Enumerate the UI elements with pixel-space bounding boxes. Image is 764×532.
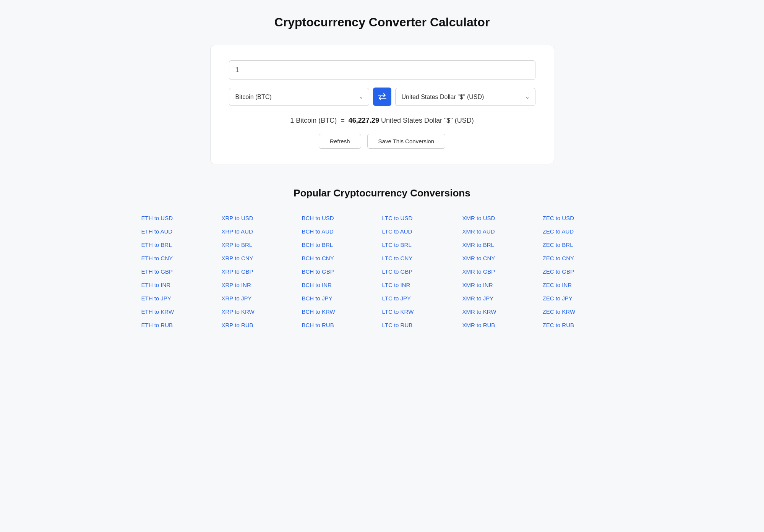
conversion-link[interactable]: ETH to USD (141, 213, 222, 223)
conversion-link[interactable]: XMR to BRL (462, 240, 543, 250)
conversion-link[interactable]: BCH to USD (302, 213, 382, 223)
conversion-link[interactable]: XRP to CNY (222, 253, 302, 263)
conversion-link[interactable]: BCH to CNY (302, 253, 382, 263)
conversion-link[interactable]: XRP to INR (222, 280, 302, 290)
converter-card: Bitcoin (BTC) Ethereum (ETH) Ripple (XRP… (210, 45, 554, 164)
conversion-link[interactable]: XMR to AUD (462, 226, 543, 237)
conversion-link[interactable]: XRP to RUB (222, 320, 302, 330)
conversion-link[interactable]: ETH to JPY (141, 293, 222, 303)
conversion-link[interactable]: LTC to USD (382, 213, 462, 223)
from-currency-select[interactable]: Bitcoin (BTC) Ethereum (ETH) Ripple (XRP… (229, 88, 369, 105)
conversion-link[interactable]: XMR to JPY (462, 293, 543, 303)
conversion-link[interactable]: ZEC to INR (543, 280, 623, 290)
conversion-link[interactable]: LTC to GBP (382, 266, 462, 277)
conversion-link[interactable]: XRP to GBP (222, 266, 302, 277)
result-from-text: 1 Bitcoin (BTC) (290, 117, 337, 124)
conversion-link[interactable]: BCH to INR (302, 280, 382, 290)
conversion-link[interactable]: XMR to RUB (462, 320, 543, 330)
save-conversion-button[interactable]: Save This Conversion (367, 134, 445, 149)
result-unit: United States Dollar "$" (USD) (381, 117, 474, 124)
to-currency-select[interactable]: United States Dollar "$" (USD) Euro (EUR… (396, 88, 535, 105)
conversion-link[interactable]: XMR to USD (462, 213, 543, 223)
refresh-button[interactable]: Refresh (319, 134, 361, 149)
conversion-link[interactable]: BCH to GBP (302, 266, 382, 277)
conversion-link[interactable]: ZEC to CNY (543, 253, 623, 263)
conversion-link[interactable]: XRP to USD (222, 213, 302, 223)
conversion-link[interactable]: XMR to KRW (462, 307, 543, 317)
conversion-link[interactable]: ETH to BRL (141, 240, 222, 250)
conversion-link[interactable]: BCH to BRL (302, 240, 382, 250)
conversion-link[interactable]: XMR to CNY (462, 253, 543, 263)
conversion-link[interactable]: BCH to RUB (302, 320, 382, 330)
result-equals: = (339, 117, 349, 124)
swap-button[interactable] (373, 88, 391, 106)
conversion-link[interactable]: BCH to AUD (302, 226, 382, 237)
conversion-link[interactable]: LTC to BRL (382, 240, 462, 250)
selectors-row: Bitcoin (BTC) Ethereum (ETH) Ripple (XRP… (229, 88, 535, 106)
conversion-link[interactable]: BCH to KRW (302, 307, 382, 317)
result-value: 46,227.29 (349, 117, 379, 124)
conversion-link[interactable]: ETH to GBP (141, 266, 222, 277)
conversion-link[interactable]: ZEC to GBP (543, 266, 623, 277)
amount-input[interactable] (229, 60, 535, 80)
conversion-link[interactable]: LTC to INR (382, 280, 462, 290)
conversion-link[interactable]: ETH to CNY (141, 253, 222, 263)
conversion-link[interactable]: ZEC to JPY (543, 293, 623, 303)
conversion-link[interactable]: ETH to RUB (141, 320, 222, 330)
conversion-link[interactable]: XRP to KRW (222, 307, 302, 317)
conversion-link[interactable]: LTC to KRW (382, 307, 462, 317)
conversion-link[interactable]: BCH to JPY (302, 293, 382, 303)
conversion-link[interactable]: LTC to JPY (382, 293, 462, 303)
conversion-link[interactable]: ETH to INR (141, 280, 222, 290)
conversion-link[interactable]: ZEC to KRW (543, 307, 623, 317)
result-row: 1 Bitcoin (BTC) = 46,227.29 United State… (229, 117, 535, 125)
conversion-link[interactable]: XMR to INR (462, 280, 543, 290)
conversion-link[interactable]: XMR to GBP (462, 266, 543, 277)
conversions-grid: ETH to USDXRP to USDBCH to USDLTC to USD… (141, 213, 623, 330)
conversion-link[interactable]: XRP to AUD (222, 226, 302, 237)
conversion-link[interactable]: ZEC to USD (543, 213, 623, 223)
conversion-link[interactable]: XRP to JPY (222, 293, 302, 303)
popular-section: Popular Cryptocurrency Conversions ETH t… (134, 187, 631, 330)
conversion-link[interactable]: LTC to AUD (382, 226, 462, 237)
conversion-link[interactable]: ETH to AUD (141, 226, 222, 237)
actions-row: Refresh Save This Conversion (229, 134, 535, 149)
conversion-link[interactable]: LTC to RUB (382, 320, 462, 330)
popular-title: Popular Cryptocurrency Conversions (141, 187, 623, 199)
conversion-link[interactable]: XRP to BRL (222, 240, 302, 250)
conversion-link[interactable]: ZEC to AUD (543, 226, 623, 237)
from-currency-wrapper: Bitcoin (BTC) Ethereum (ETH) Ripple (XRP… (229, 88, 369, 106)
conversion-link[interactable]: ZEC to RUB (543, 320, 623, 330)
page-title: Cryptocurrency Converter Calculator (8, 15, 756, 29)
conversion-link[interactable]: ETH to KRW (141, 307, 222, 317)
conversion-link[interactable]: LTC to CNY (382, 253, 462, 263)
to-currency-wrapper: United States Dollar "$" (USD) Euro (EUR… (395, 88, 535, 106)
swap-icon (378, 93, 386, 100)
conversion-link[interactable]: ZEC to BRL (543, 240, 623, 250)
